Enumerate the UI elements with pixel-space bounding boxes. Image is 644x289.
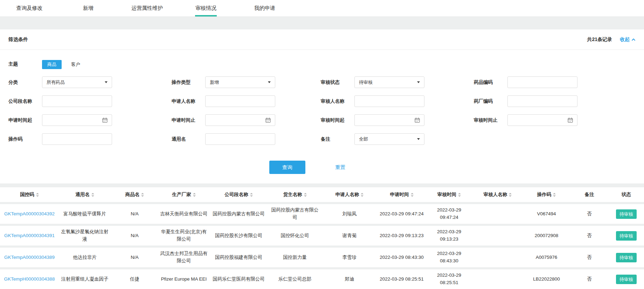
filter-text-input[interactable] [507, 76, 577, 88]
column-header-10[interactable]: 审核人名称 [472, 187, 523, 203]
caret-down-icon [417, 81, 420, 83]
filter-select[interactable]: 所有药品 [42, 76, 112, 88]
cell-text: 任捷 [130, 276, 139, 282]
calendar-icon[interactable] [265, 117, 271, 123]
filter-select[interactable]: 全部 [354, 133, 424, 145]
table-body: GKTempA00000304392富马酸喹硫平缓释片N/A吉林天衡药业有限公司… [0, 203, 644, 289]
cell-text: LB22022800 [533, 276, 560, 282]
topic-option-2[interactable]: 客户 [66, 60, 85, 69]
sort-desc-icon [509, 195, 512, 197]
filter-field-r2-c4: 药厂编码 [474, 95, 577, 107]
cell-text: 2022-03-29 08:25:51 [437, 273, 461, 285]
column-header-3[interactable]: 商品名 [111, 187, 159, 203]
cell-text: 国药控股福建有限公司 [215, 255, 262, 260]
reset-button[interactable]: 重置 [335, 161, 345, 174]
filter-text-input[interactable] [42, 95, 112, 107]
nav-tab-1[interactable]: 查询及修改 [0, 0, 59, 16]
filter-field-label: 审核时间起 [321, 114, 354, 126]
cell-text: N/A [131, 255, 139, 260]
column-header-2[interactable]: 通用名 [59, 187, 111, 203]
sort-icon [36, 193, 39, 197]
caret-down-icon [417, 138, 420, 140]
nav-tab-5[interactable]: 我的申请 [235, 0, 294, 16]
filter-date-input[interactable] [355, 115, 415, 126]
column-header-inner: 备注 [585, 191, 594, 198]
filter-field-r3-c3: 审核时间起 [321, 114, 424, 126]
cell-r2-c1: GKTempA00000304391 [0, 225, 59, 247]
nav-tab-label: 运营属性维护 [131, 5, 163, 12]
filter-text-input[interactable] [205, 133, 275, 145]
column-header-inner: 状态 [622, 191, 631, 198]
filter-row-3: 申请时间起申请时间止审核时间起审核时间止 [0, 114, 644, 133]
cell-r3-status: 待审核 [609, 247, 644, 268]
cell-r4-c8: 2022-03-29 08:25:51 [378, 268, 426, 289]
cell-r1-c12: 否 [570, 203, 609, 225]
filter-date-input[interactable] [206, 115, 265, 126]
filter-select[interactable]: 待审核 [354, 76, 424, 88]
status-badge: 待审核 [616, 275, 637, 284]
filter-date-field[interactable] [507, 114, 577, 126]
sort-icon [91, 193, 94, 197]
collapse-toggle[interactable]: 收起 [620, 36, 636, 43]
column-header-1[interactable]: 国控码 [0, 187, 59, 203]
filter-date-field[interactable] [354, 114, 424, 126]
filter-select[interactable]: 新增 [205, 76, 275, 88]
cell-r1-c11: V067494 [523, 203, 570, 225]
nav-tab-label: 查询及修改 [16, 5, 43, 12]
calendar-icon[interactable] [102, 117, 108, 123]
filter-title: 筛选条件 [8, 36, 28, 43]
sort-icon [250, 193, 253, 197]
column-header-7[interactable]: 申请人名称 [321, 187, 378, 203]
status-badge: 待审核 [616, 253, 637, 262]
sort-desc-icon [193, 195, 196, 197]
cell-r3-c12: 否 [570, 247, 609, 268]
column-header-inner: 商品名 [125, 191, 144, 198]
calendar-icon[interactable] [568, 117, 573, 123]
column-header-label: 公司段名称 [224, 191, 248, 198]
nav-tab-4[interactable]: 审核情况 [176, 0, 235, 16]
nav-tab-3[interactable]: 运营属性维护 [118, 0, 176, 16]
filter-date-field[interactable] [205, 114, 275, 126]
column-header-11[interactable]: 操作码 [523, 187, 570, 203]
column-header-5[interactable]: 公司段名称 [209, 187, 268, 203]
column-header-4[interactable]: 生产厂家 [159, 187, 209, 203]
sort-icon [141, 193, 144, 197]
record-id-link[interactable]: GKTempA00000304392 [4, 211, 55, 216]
filter-text-input[interactable] [42, 133, 112, 145]
filter-text-input[interactable] [354, 95, 424, 107]
column-header-inner: 生产厂家 [172, 191, 196, 198]
filter-date-input[interactable] [508, 115, 568, 126]
cell-text: 2022-03-29 09:13:23 [437, 229, 461, 242]
filter-field-r2-c3: 审核人名称 [321, 95, 424, 107]
sort-desc-icon [250, 195, 253, 197]
cell-r1-c2: 富马酸喹硫平缓释片 [59, 203, 111, 225]
filter-row-4: 操作码通用名备注全部 [0, 133, 644, 152]
record-id-link[interactable]: GKTempA00000304391 [4, 233, 55, 238]
record-id-link[interactable]: GKTempA00000304389 [4, 255, 55, 260]
filter-text-input[interactable] [507, 95, 577, 107]
record-id-link[interactable]: GKTempH00000304388 [4, 276, 55, 282]
nav-tab-2[interactable]: 新增 [59, 0, 118, 16]
column-header-6[interactable]: 货主名称 [268, 187, 321, 203]
query-button[interactable]: 查询 [269, 161, 305, 174]
cell-r3-c4: 武汉杰士邦卫生用品有限公司 [159, 247, 209, 268]
cell-text: 华夏生生药业(北京)有限公司 [161, 229, 207, 242]
cell-r3-c2: 他达拉非片 [59, 247, 111, 268]
status-badge: 待审核 [616, 209, 637, 219]
cell-r4-status: 待审核 [609, 268, 644, 289]
column-header-9[interactable]: 审核时间 [426, 187, 472, 203]
filter-date-field[interactable] [42, 114, 112, 126]
calendar-icon[interactable] [415, 117, 420, 123]
filter-date-input[interactable] [42, 115, 102, 126]
select-value: 全部 [359, 136, 368, 142]
topic-toggle: 商品客户 [42, 60, 85, 69]
filter-text-input[interactable] [205, 95, 275, 107]
cell-text: 国控怀化公司 [281, 233, 309, 238]
cell-r4-c3: 任捷 [111, 268, 159, 289]
column-header-inner: 审核时间 [437, 191, 461, 198]
cell-text: 否 [587, 233, 592, 238]
topic-option-1[interactable]: 商品 [42, 60, 62, 69]
cell-r4-c9: 2022-03-29 08:25:51 [426, 268, 472, 289]
sort-asc-icon [141, 193, 144, 194]
column-header-8[interactable]: 申请时间 [378, 187, 426, 203]
